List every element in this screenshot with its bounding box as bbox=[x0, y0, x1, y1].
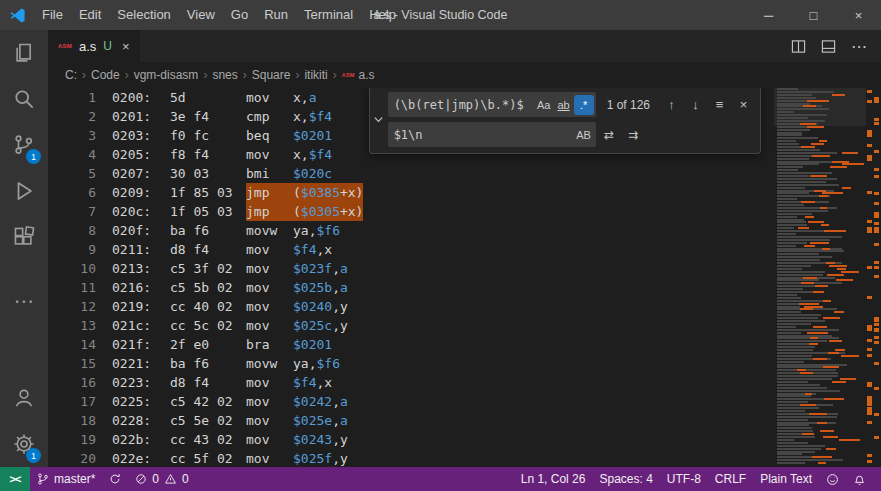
mnemonic-token: mov bbox=[246, 430, 293, 449]
minimap-line bbox=[777, 329, 839, 331]
minimap[interactable] bbox=[774, 88, 866, 467]
previous-match-icon[interactable]: ↑ bbox=[661, 94, 682, 115]
run-debug-icon[interactable] bbox=[0, 168, 48, 214]
eol-sequence[interactable]: CRLF bbox=[708, 467, 753, 491]
split-editor-icon[interactable] bbox=[791, 39, 806, 54]
preserve-case-icon[interactable]: AB bbox=[574, 125, 594, 145]
regex-icon[interactable]: .* bbox=[574, 95, 594, 115]
encoding[interactable]: UTF-8 bbox=[660, 467, 708, 491]
menu-view[interactable]: View bbox=[179, 0, 223, 30]
git-branch-item[interactable]: master* bbox=[30, 467, 102, 491]
code-line[interactable]: 100213:c5 3f 02mov$023f,a bbox=[48, 259, 774, 278]
menu-file[interactable]: File bbox=[34, 0, 71, 30]
breadcrumb-item[interactable]: itikiti bbox=[304, 68, 327, 82]
more-views-icon[interactable]: ⋯ bbox=[0, 278, 48, 324]
code-line[interactable]: 14021f:2f e0bra$0201 bbox=[48, 335, 774, 354]
line-number: 12 bbox=[48, 297, 96, 316]
operand-token: $f4 bbox=[293, 242, 316, 257]
problems-item[interactable]: 0 0 bbox=[128, 467, 195, 491]
tab-a-s[interactable]: ASM a.s U × bbox=[48, 30, 140, 62]
menu-terminal[interactable]: Terminal bbox=[296, 0, 361, 30]
minimap-match-mark bbox=[807, 332, 828, 334]
code-line[interactable]: 7020c:1f 05 03jmp($0305+x) bbox=[48, 202, 774, 221]
explorer-icon[interactable] bbox=[0, 30, 48, 76]
replace-icon[interactable]: ⇄ bbox=[599, 124, 620, 145]
code-line[interactable]: 8020f:ba f6movwya,$f6 bbox=[48, 221, 774, 240]
menu-run[interactable]: Run bbox=[256, 0, 296, 30]
menu-go[interactable]: Go bbox=[223, 0, 256, 30]
status-bar: >< master* 0 0 Ln 1, Col 26 Spaces: 4 UT… bbox=[0, 467, 881, 491]
minimap-match-mark bbox=[801, 146, 815, 148]
ruler-match-tick bbox=[874, 192, 879, 195]
breadcrumb-item[interactable]: snes bbox=[212, 68, 237, 82]
replace-input[interactable]: $1\n AB bbox=[388, 122, 596, 147]
code-line[interactable]: 150221:ba f6movwya,$f6 bbox=[48, 354, 774, 373]
line-number: 15 bbox=[48, 354, 96, 373]
layout-icon[interactable] bbox=[821, 39, 836, 54]
extensions-icon[interactable] bbox=[0, 214, 48, 260]
menu-selection[interactable]: Selection bbox=[109, 0, 178, 30]
cursor-position[interactable]: Ln 1, Col 26 bbox=[514, 467, 593, 491]
minimap-line bbox=[777, 169, 798, 171]
minimap-match-mark bbox=[822, 192, 843, 194]
sync-item[interactable] bbox=[102, 467, 128, 491]
address-token: 0203: bbox=[112, 126, 170, 145]
language-mode[interactable]: Plain Text bbox=[753, 467, 819, 491]
bytes-token: c5 5e 02 bbox=[170, 411, 246, 430]
code-line[interactable]: 19022b:cc 43 02mov$0243,y bbox=[48, 430, 774, 449]
notifications-bell-icon[interactable] bbox=[846, 467, 873, 491]
maximize-button[interactable]: □ bbox=[791, 0, 836, 30]
code-line[interactable]: 50207:30 03bmi$020c bbox=[48, 164, 774, 183]
tab-close-icon[interactable]: × bbox=[122, 39, 130, 54]
overview-ruler[interactable] bbox=[866, 88, 881, 467]
breadcrumb-item[interactable]: a.s bbox=[359, 68, 375, 82]
ruler-match-tick bbox=[874, 362, 879, 365]
code-line[interactable]: 170225:c5 42 02mov$0242,a bbox=[48, 392, 774, 411]
mnemonic-token: jmp bbox=[246, 183, 293, 202]
code-line[interactable]: 160223:d8 f4mov$f4,x bbox=[48, 373, 774, 392]
toggle-replace-chevron-icon[interactable] bbox=[370, 92, 388, 147]
code-line[interactable]: 180228:c5 5e 02mov$025e,a bbox=[48, 411, 774, 430]
minimap-match-mark bbox=[807, 126, 824, 128]
code-line[interactable]: 110216:c5 5b 02mov$025b,a bbox=[48, 278, 774, 297]
menu-edit[interactable]: Edit bbox=[71, 0, 109, 30]
code-line[interactable]: 60209:1f 85 03jmp($0385+x) bbox=[48, 183, 774, 202]
close-window-button[interactable]: × bbox=[836, 0, 881, 30]
next-match-icon[interactable]: ↓ bbox=[685, 94, 706, 115]
code-line[interactable]: 20022e:cc 5f 02mov$025f,y bbox=[48, 449, 774, 467]
minimap-line bbox=[777, 413, 838, 415]
source-control-icon[interactable]: 1 bbox=[0, 122, 48, 168]
operand-token: ,y bbox=[332, 318, 348, 333]
indentation[interactable]: Spaces: 4 bbox=[592, 467, 659, 491]
minimap-line bbox=[777, 233, 796, 235]
minimap-line bbox=[777, 198, 797, 200]
breadcrumb-item[interactable]: Square bbox=[252, 68, 291, 82]
minimap-match-mark bbox=[802, 433, 814, 435]
remote-indicator[interactable]: >< bbox=[0, 467, 30, 491]
code-line[interactable]: 13021c:cc 5c 02mov$025c,y bbox=[48, 316, 774, 335]
settings-gear-icon[interactable]: 1 bbox=[0, 421, 48, 467]
minimap-line bbox=[777, 219, 804, 221]
minimap-match-mark bbox=[803, 105, 816, 107]
account-icon[interactable] bbox=[0, 375, 48, 421]
search-icon[interactable] bbox=[0, 76, 48, 122]
code-line[interactable]: 120219:cc 40 02mov$0240,y bbox=[48, 297, 774, 316]
breadcrumb-item[interactable]: vgm-disasm bbox=[134, 68, 199, 82]
minimize-button[interactable]: ─ bbox=[746, 0, 791, 30]
minimap-match-mark bbox=[827, 274, 844, 276]
line-number: 6 bbox=[48, 183, 96, 202]
minimap-line bbox=[777, 274, 823, 276]
minimap-line bbox=[777, 427, 812, 429]
replace-all-icon[interactable]: ⇉ bbox=[623, 124, 644, 145]
find-in-selection-icon[interactable]: ≡ bbox=[709, 94, 730, 115]
code-line[interactable]: 90211:d8 f4mov$f4,x bbox=[48, 240, 774, 259]
close-find-icon[interactable]: × bbox=[733, 94, 754, 115]
find-input[interactable]: (\b(ret|jmp)\b.*)$ Aa ab .* bbox=[388, 92, 596, 117]
match-case-icon[interactable]: Aa bbox=[534, 95, 554, 115]
more-actions-icon[interactable]: ⋯ bbox=[851, 37, 867, 56]
breadcrumb-item[interactable]: C: bbox=[65, 68, 77, 82]
whole-word-icon[interactable]: ab bbox=[554, 95, 574, 115]
breadcrumb-item[interactable]: Code bbox=[91, 68, 120, 82]
operand-token: a bbox=[340, 261, 348, 276]
feedback-icon[interactable] bbox=[819, 467, 846, 491]
